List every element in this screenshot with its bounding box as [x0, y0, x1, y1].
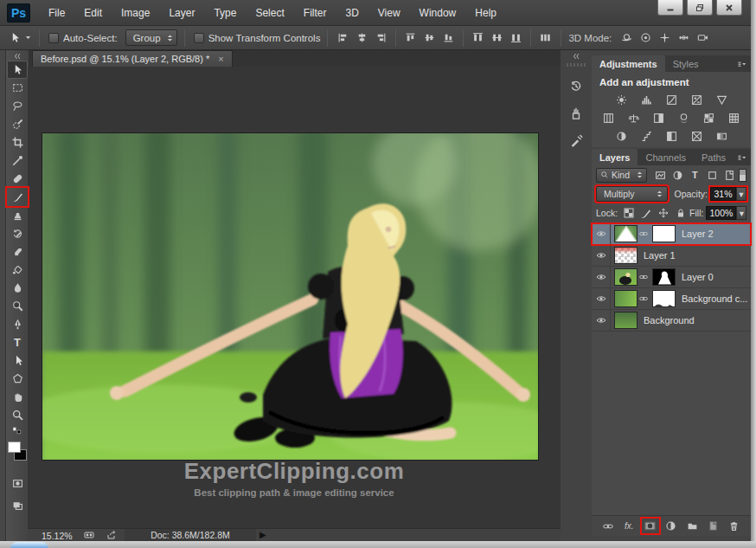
menu-filter[interactable]: Filter: [294, 0, 336, 26]
link-layers-button[interactable]: [599, 519, 617, 533]
lock-transparency-icon[interactable]: [622, 206, 635, 221]
menu-layer[interactable]: Layer: [159, 0, 204, 26]
document-tab[interactable]: Before.psd @ 15.1% (Layer 2, RGB/8) * ×: [32, 50, 233, 67]
channel-mixer-adjustment-icon[interactable]: [700, 112, 718, 125]
tab-adjustments[interactable]: Adjustments: [592, 55, 665, 72]
shape-filter-icon[interactable]: [705, 168, 719, 183]
history-panel-icon[interactable]: [564, 74, 588, 97]
gradient-map-adjustment-icon[interactable]: [713, 130, 731, 143]
layer-mask-thumbnail[interactable]: [652, 225, 676, 242]
tool-preset-caret-icon[interactable]: [23, 30, 32, 45]
lock-position-icon[interactable]: [657, 206, 670, 221]
curves-adjustment-icon[interactable]: [663, 93, 681, 106]
menu-type[interactable]: Type: [204, 0, 246, 26]
lock-paint-icon[interactable]: [639, 206, 652, 221]
doc-size-field[interactable]: Doc: 38.6M/182.8M: [125, 529, 256, 541]
menu-file[interactable]: File: [39, 0, 74, 26]
opacity-control[interactable]: 31% ▾: [710, 187, 746, 201]
paint-bucket-tool[interactable]: [7, 261, 28, 279]
zoom-level-field[interactable]: 15.12%: [42, 531, 73, 541]
crop-tool[interactable]: [7, 133, 28, 152]
menu-image[interactable]: Image: [112, 0, 159, 26]
align-middle-icon[interactable]: [421, 30, 438, 45]
3d-pan-icon[interactable]: [657, 30, 673, 45]
3d-zoom-icon[interactable]: [695, 30, 711, 45]
move-tool[interactable]: [7, 61, 28, 79]
threshold-adjustment-icon[interactable]: [663, 130, 681, 143]
layer-thumbnail[interactable]: [614, 312, 637, 329]
align-top-icon[interactable]: [402, 30, 419, 45]
align-left-icon[interactable]: [335, 30, 351, 45]
close-button[interactable]: [716, 0, 742, 16]
brush-tool[interactable]: [7, 188, 28, 206]
layer-visibility-icon[interactable]: [592, 223, 611, 244]
filter-kind-dropdown[interactable]: Kind: [596, 168, 647, 183]
align-center-h-icon[interactable]: [354, 30, 370, 45]
fill-value[interactable]: 100%: [706, 206, 736, 220]
add-layer-mask-button[interactable]: [642, 519, 659, 533]
distribute-spacing-icon[interactable]: [537, 30, 554, 45]
zoom-tool[interactable]: [7, 406, 28, 424]
panel-menu-icon[interactable]: [734, 149, 751, 165]
status-flyout-arrow-icon[interactable]: ▶: [259, 530, 266, 539]
healing-brush-tool[interactable]: [7, 170, 28, 188]
new-layer-button[interactable]: [705, 519, 722, 533]
distribute-top-icon[interactable]: [470, 30, 486, 45]
eraser-tool[interactable]: [7, 242, 28, 261]
view-extras-icon[interactable]: [83, 530, 95, 540]
layer-visibility-icon[interactable]: [592, 267, 611, 287]
brush-presets-panel-icon[interactable]: [564, 102, 588, 125]
fill-dropdown-icon[interactable]: ▾: [736, 206, 746, 220]
swap-colors-icon[interactable]: [7, 424, 28, 436]
layer-thumbnail[interactable]: [614, 225, 637, 242]
invert-adjustment-icon[interactable]: [612, 130, 631, 143]
menu-help[interactable]: Help: [465, 0, 506, 26]
new-group-button[interactable]: [683, 519, 701, 533]
3d-slide-icon[interactable]: [676, 30, 692, 45]
delete-layer-button[interactable]: [726, 519, 743, 533]
opacity-dropdown-icon[interactable]: ▾: [736, 187, 746, 201]
panel-menu-icon[interactable]: [734, 55, 751, 72]
minimize-button[interactable]: [657, 0, 683, 16]
auto-select-checkbox[interactable]: [48, 33, 59, 43]
tab-layers[interactable]: Layers: [592, 149, 637, 165]
marquee-tool[interactable]: [7, 79, 28, 97]
distribute-bottom-icon[interactable]: [508, 30, 524, 45]
new-adjustment-layer-button[interactable]: [663, 519, 680, 533]
layer-mask-thumbnail[interactable]: [652, 268, 676, 286]
share-icon[interactable]: [106, 530, 118, 540]
layer-visibility-icon[interactable]: [592, 288, 611, 309]
restore-button[interactable]: [687, 0, 713, 16]
blur-tool[interactable]: [7, 279, 28, 297]
type-filter-icon[interactable]: T: [688, 168, 702, 183]
canvas-pasteboard[interactable]: ExpertClipping.com Best clipping path & …: [28, 67, 561, 528]
pen-tool[interactable]: [7, 315, 28, 333]
adjustment-filter-icon[interactable]: [670, 168, 684, 183]
menu-view[interactable]: View: [368, 0, 410, 26]
clone-stamp-tool[interactable]: [7, 206, 28, 224]
fill-control[interactable]: 100% ▾: [706, 206, 746, 220]
type-tool[interactable]: T: [7, 333, 28, 351]
foreground-color-swatch[interactable]: [8, 442, 21, 453]
history-brush-tool[interactable]: [7, 224, 28, 242]
layer-thumbnail[interactable]: [614, 247, 637, 264]
tab-paths[interactable]: Paths: [694, 149, 734, 165]
posterize-adjustment-icon[interactable]: [637, 130, 656, 143]
menu-select[interactable]: Select: [246, 0, 293, 26]
align-right-icon[interactable]: [373, 30, 389, 45]
path-selection-tool[interactable]: [7, 351, 28, 370]
exposure-adjustment-icon[interactable]: [688, 93, 706, 106]
layer-mask-thumbnail[interactable]: [652, 290, 676, 307]
3d-orbit-icon[interactable]: [618, 30, 635, 45]
toolbar-grip[interactable]: [0, 50, 6, 541]
brightness-contrast-adjustment-icon[interactable]: [612, 93, 631, 106]
3d-roll-icon[interactable]: [637, 30, 654, 45]
levels-adjustment-icon[interactable]: [637, 93, 656, 106]
selective-color-adjustment-icon[interactable]: [688, 130, 706, 143]
color-balance-adjustment-icon[interactable]: [625, 112, 643, 125]
eyedropper-tool[interactable]: [7, 152, 28, 170]
tool-presets-panel-icon[interactable]: [564, 130, 588, 152]
layer-row-background[interactable]: Background: [592, 310, 751, 332]
align-bottom-icon[interactable]: [440, 30, 457, 45]
auto-select-mode-dropdown[interactable]: Group: [125, 29, 177, 46]
